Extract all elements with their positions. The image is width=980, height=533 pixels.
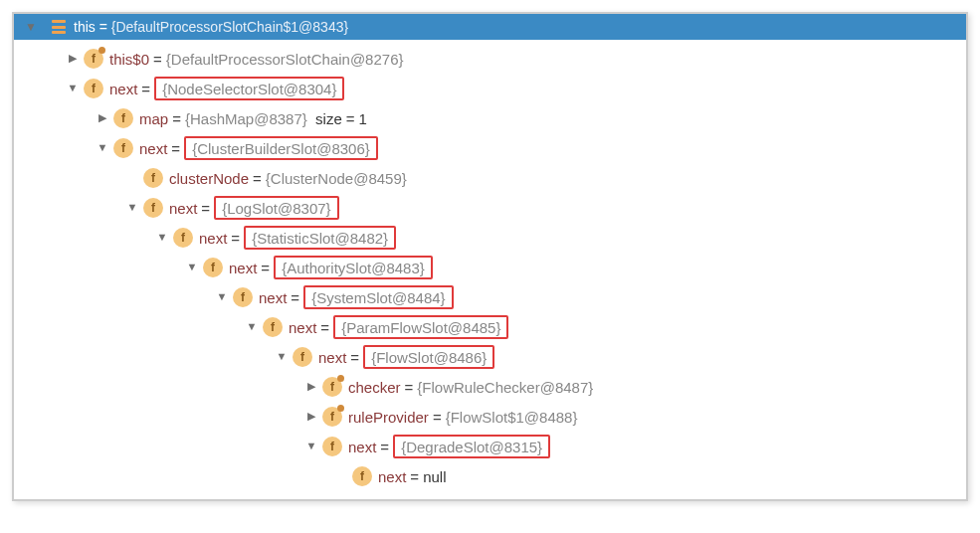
field-name: next xyxy=(109,79,137,99)
chevron-down-icon[interactable]: ▼ xyxy=(123,200,141,215)
field-value: {NodeSelectorSlot@8304} xyxy=(162,79,336,99)
field-name: next xyxy=(229,258,257,278)
field-name: next xyxy=(318,347,346,368)
field-name: next xyxy=(169,198,197,219)
field-value: {StatisticSlot@8482} xyxy=(252,228,388,249)
collapse-all-icon[interactable]: ▼ xyxy=(22,20,40,34)
field-icon: f xyxy=(322,377,342,397)
field-icon: f xyxy=(322,407,342,427)
chevron-down-icon[interactable]: ▼ xyxy=(64,81,82,95)
chevron-right-icon[interactable]: ▶ xyxy=(302,409,320,424)
highlight-box: {DegradeSlot@8315} xyxy=(393,435,550,458)
field-value: {SystemSlot@8484} xyxy=(311,287,445,308)
field-name: next xyxy=(139,138,167,159)
suffix-value: 1 xyxy=(359,108,367,129)
field-value: {ClusterBuilderSlot@8306} xyxy=(192,138,370,159)
field-icon: f xyxy=(203,258,223,277)
field-name: next xyxy=(348,437,376,457)
chevron-right-icon[interactable]: ▶ xyxy=(302,379,320,394)
field-value: {FlowSlot@8486} xyxy=(371,347,487,368)
tree-row[interactable]: ▼fnext = {LogSlot@8307} xyxy=(14,193,966,223)
field-value: null xyxy=(423,466,446,487)
field-value: {FlowSlot$1@8488} xyxy=(446,407,578,428)
field-icon: f xyxy=(84,49,103,69)
tree-row[interactable]: ▶fchecker = {FlowRuleChecker@8487} xyxy=(14,372,966,402)
tree-row[interactable]: ▼fnext = {StatisticSlot@8482} xyxy=(14,223,966,253)
field-icon: f xyxy=(233,287,253,307)
highlight-box: {ClusterBuilderSlot@8306} xyxy=(184,136,378,160)
chevron-down-icon[interactable]: ▼ xyxy=(213,289,231,304)
field-icon: f xyxy=(113,138,133,158)
field-name: this$0 xyxy=(109,49,149,70)
chevron-down-icon[interactable]: ▼ xyxy=(302,439,320,453)
field-name: clusterNode xyxy=(169,168,249,189)
tree-row[interactable]: ▶fruleProvider = {FlowSlot$1@8488} xyxy=(14,402,966,432)
tree-row[interactable]: ▼fnext = {ParamFlowSlot@8485} xyxy=(14,312,966,342)
field-icon: f xyxy=(84,79,103,98)
field-name: next xyxy=(289,317,316,338)
tree-row[interactable]: ▼fnext = {NodeSelectorSlot@8304} xyxy=(14,74,966,103)
field-value: {ParamFlowSlot@8485} xyxy=(341,317,500,338)
field-icon: f xyxy=(143,168,163,188)
field-icon: f xyxy=(322,437,342,456)
tree-row[interactable]: ▼fnext = {FlowSlot@8486} xyxy=(14,342,966,372)
field-value: {ClusterNode@8459} xyxy=(266,168,407,189)
tree-row[interactable]: ▶fthis$0 = {DefaultProcessorSlotChain@82… xyxy=(14,44,966,74)
field-name: next xyxy=(259,287,287,308)
debug-variables-panel: ▼ this = {DefaultProcessorSlotChain$1@83… xyxy=(12,12,968,501)
field-value: {DefaultProcessorSlotChain@8276} xyxy=(166,49,404,70)
chevron-down-icon[interactable]: ▼ xyxy=(273,349,291,364)
field-icon: f xyxy=(143,198,163,218)
highlight-box: {StatisticSlot@8482} xyxy=(244,226,396,250)
tree-row[interactable]: ▼fnext = {DegradeSlot@8315} xyxy=(14,432,966,461)
chevron-right-icon[interactable]: ▶ xyxy=(64,51,82,66)
field-icon: f xyxy=(113,108,133,128)
field-value: {DegradeSlot@8315} xyxy=(401,437,542,457)
variables-tree: ▶fthis$0 = {DefaultProcessorSlotChain@82… xyxy=(14,40,966,499)
field-name: ruleProvider xyxy=(348,407,429,428)
chevron-down-icon[interactable]: ▼ xyxy=(183,260,201,274)
field-value: {AuthoritySlot@8483} xyxy=(282,258,425,278)
highlight-box: {FlowSlot@8486} xyxy=(363,345,494,369)
tree-row[interactable]: ▶fclusterNode = {ClusterNode@8459} xyxy=(14,163,966,193)
field-value: {FlowRuleChecker@8487} xyxy=(417,377,593,398)
header-this-value: {DefaultProcessorSlotChain$1@8343} xyxy=(111,19,348,35)
field-name: checker xyxy=(348,377,401,398)
chevron-right-icon[interactable]: ▶ xyxy=(94,110,111,125)
tree-row[interactable]: ▼fnext = {ClusterBuilderSlot@8306} xyxy=(14,133,966,163)
tree-row[interactable]: ▼fnext = {SystemSlot@8484} xyxy=(14,282,966,312)
highlight-box: {NodeSelectorSlot@8304} xyxy=(154,77,344,100)
highlight-box: {AuthoritySlot@8483} xyxy=(274,256,433,279)
header-this-label: this xyxy=(74,19,96,35)
field-icon: f xyxy=(263,317,283,337)
tree-row[interactable]: ▼fnext = {AuthoritySlot@8483} xyxy=(14,253,966,282)
chevron-down-icon[interactable]: ▼ xyxy=(153,230,171,245)
field-value: {LogSlot@8307} xyxy=(222,198,331,219)
field-value: {HashMap@8387} xyxy=(185,108,307,129)
suffix-key: size xyxy=(315,108,342,129)
field-name: next xyxy=(199,228,227,249)
panel-header[interactable]: ▼ this = {DefaultProcessorSlotChain$1@83… xyxy=(14,14,966,40)
highlight-box: {ParamFlowSlot@8485} xyxy=(333,315,508,339)
tree-row[interactable]: ▶fnext = null xyxy=(14,461,966,491)
chevron-down-icon[interactable]: ▼ xyxy=(94,140,111,155)
highlight-box: {LogSlot@8307} xyxy=(214,196,339,220)
field-icon: f xyxy=(173,228,193,248)
chevron-down-icon[interactable]: ▼ xyxy=(243,319,261,334)
highlight-box: {SystemSlot@8484} xyxy=(303,285,453,309)
tree-row[interactable]: ▶fmap = {HashMap@8387} size = 1 xyxy=(14,103,966,133)
stack-frame-icon xyxy=(52,20,66,34)
field-name: next xyxy=(378,466,406,487)
field-icon: f xyxy=(293,347,312,367)
field-name: map xyxy=(139,108,168,129)
field-icon: f xyxy=(352,466,372,486)
